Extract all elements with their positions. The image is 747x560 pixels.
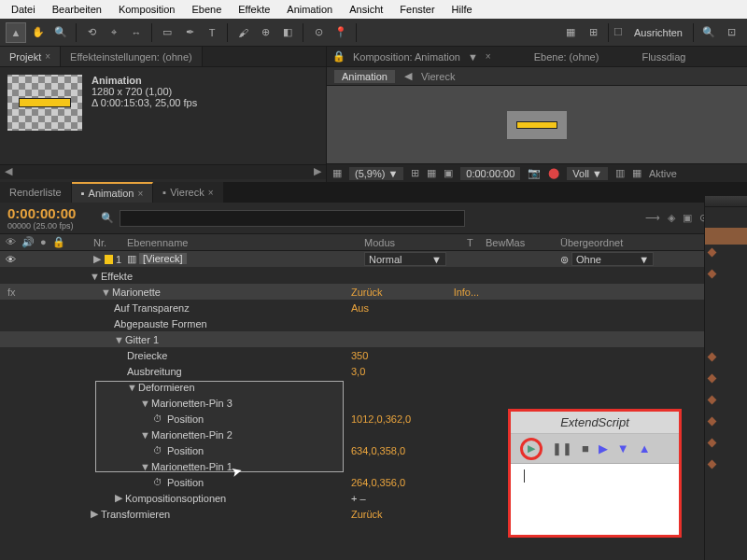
lock-icon[interactable]: 🔒 [332,50,345,63]
prop-pin2[interactable]: Marionetten-Pin 2 [151,429,233,441]
menu-effekte[interactable]: Effekte [231,2,277,17]
info-link[interactable]: Info... [454,287,480,298]
play-button[interactable]: ▶ [520,438,543,460]
text-tool-icon[interactable]: T [202,22,222,43]
draft3d-icon[interactable]: ◈ [668,212,675,224]
close-icon[interactable]: × [45,51,50,62]
grid-icon[interactable]: ▦ [427,167,436,179]
resolution-icon[interactable]: ⊞ [411,167,419,179]
roto-tool-icon[interactable]: ⊙ [308,22,329,43]
hand-tool-icon[interactable]: ✋ [28,22,49,43]
parent-dropdown[interactable]: Ohne▼ [571,252,654,266]
workspace-icon[interactable]: ⊡ [721,22,741,43]
keyframe-icon[interactable] [708,396,717,405]
eye-icon[interactable]: 👁 [6,254,16,265]
prop-gitter[interactable]: Gitter 1 [125,334,159,345]
snapshot-icon[interactable]: 📷 [528,167,541,179]
stopwatch-icon[interactable]: ⏱ [153,445,162,455]
layer-name[interactable]: [Viereck] [139,253,187,264]
prop-kompopt[interactable]: Kompositionsoptionen [125,493,226,504]
menu-fenster[interactable]: Fenster [392,2,442,17]
frame-blend-icon[interactable]: ▣ [683,212,692,224]
menu-hilfe[interactable]: Hilfe [444,2,480,17]
rect-tool-icon[interactable]: ▭ [157,22,177,43]
keyframe-icon[interactable] [708,270,717,279]
val-kompopt[interactable]: + – [351,493,366,504]
timecode[interactable]: 0:00:00:00 [7,205,86,221]
menu-komposition[interactable]: Komposition [111,2,183,17]
brush-tool-icon[interactable]: 🖌 [233,22,253,43]
snap-icon[interactable]: ⊞ [583,22,603,43]
script-editor[interactable] [511,464,679,535]
prop-pin1[interactable]: Marionetten-Pin 1 [151,461,233,472]
step-in-button[interactable]: ▼ [617,441,629,455]
keyframe-icon[interactable] [708,460,717,469]
pan-tool-icon[interactable]: ↔ [126,22,147,43]
blend-mode-dropdown[interactable]: Normal▼ [364,252,446,266]
scrollbar[interactable]: ◀ ▶ [0,164,326,179]
keyframe-icon[interactable] [708,374,717,384]
stopwatch-icon[interactable]: ⏱ [153,413,162,424]
prop-position[interactable]: Position [167,477,204,488]
quality-dropdown[interactable]: Voll ▼ [567,167,608,180]
zoom-tool-icon[interactable]: 🔍 [50,22,71,43]
align-label[interactable]: Ausrichten [628,25,688,40]
eraser-tool-icon[interactable]: ◧ [277,22,298,43]
shy-icon[interactable]: ⟶ [645,212,660,224]
tab-projekt[interactable]: Projekt× [0,47,61,66]
val-ausbreitung[interactable]: 3,0 [351,366,365,377]
view2-icon[interactable]: ▦ [632,167,641,179]
prop-dreiecke[interactable]: Dreiecke [127,350,167,361]
grid-icon[interactable]: ▦ [560,22,581,43]
prop-deformieren[interactable]: Deformieren [138,382,195,393]
rotate-tool-icon[interactable]: ⟲ [81,22,102,43]
scroll-right-icon[interactable]: ▶ [311,165,324,179]
menu-ebene[interactable]: Ebene [184,2,229,17]
val-pos2[interactable]: 634,0,358,0 [351,445,405,456]
reset-link[interactable]: Zurück [351,509,383,520]
fluss-tab[interactable]: Flussdiag [641,51,685,63]
menu-datei[interactable]: Datei [4,2,43,17]
menu-bearbeiten[interactable]: Bearbeiten [45,2,109,17]
timeline-track-area[interactable] [704,196,747,560]
reset-link[interactable]: Zurück [351,287,383,298]
channel-icon[interactable]: ⬤ [548,167,559,179]
search-input[interactable] [120,210,465,227]
prop-pin3[interactable]: Marionetten-Pin 3 [151,398,233,409]
zoom-dropdown[interactable]: (5,9%) ▼ [349,167,403,180]
tab-viereck[interactable]: ▪Viereck× [153,182,223,203]
time-display[interactable]: 0:00:00:00 [460,167,520,180]
prop-transform[interactable]: Transformieren [101,509,170,520]
extendscript-panel[interactable]: ExtendScript ▶ ❚❚ ■ ▶ ▼ ▲ [508,409,682,538]
layer-bar[interactable] [705,228,747,245]
ebene-tab[interactable]: Ebene: (ohne) [534,51,599,63]
layer-row[interactable]: 👁 ▶1 ▥ [Viereck] Normal▼ ⊚ Ohne▼ [0,251,747,268]
val-pos1[interactable]: 264,0,356,0 [351,477,405,488]
stamp-tool-icon[interactable]: ⊕ [255,22,275,43]
close-icon[interactable]: × [208,188,214,198]
prop-effekte[interactable]: Effekte [101,271,133,282]
camera-tool-icon[interactable]: ⌖ [104,22,124,43]
breadcrumb-animation[interactable]: Animation [334,70,395,83]
puppet-tool-icon[interactable]: 📍 [331,22,351,43]
prop-marionette[interactable]: Marionette [112,287,161,298]
val-pos3[interactable]: 1012,0,362,0 [351,413,411,425]
selection-tool-icon[interactable]: ▲ [6,22,26,43]
prop-position[interactable]: Position [167,445,204,456]
close-icon[interactable]: × [486,51,491,62]
composition-viewer[interactable] [327,86,747,163]
mask-icon[interactable]: ▣ [444,167,453,179]
breadcrumb-viereck[interactable]: Viereck [421,71,455,82]
comp-tab-label[interactable]: Komposition: Animation [353,51,460,63]
stop-button[interactable]: ■ [582,441,589,455]
keyframe-icon[interactable] [708,353,717,362]
tab-effekteinstellungen[interactable]: Effekteinstellungen: (ohne) [61,47,203,66]
keyframe-icon[interactable] [708,248,717,258]
search-icon[interactable]: 🔍 [698,22,719,43]
val-dreiecke[interactable]: 350 [351,350,368,361]
scroll-left-icon[interactable]: ◀ [2,165,15,179]
menu-animation[interactable]: Animation [279,2,340,17]
step-out-button[interactable]: ▲ [639,441,651,455]
pause-button[interactable]: ❚❚ [552,441,572,455]
aktive-label[interactable]: Aktive [649,168,677,179]
